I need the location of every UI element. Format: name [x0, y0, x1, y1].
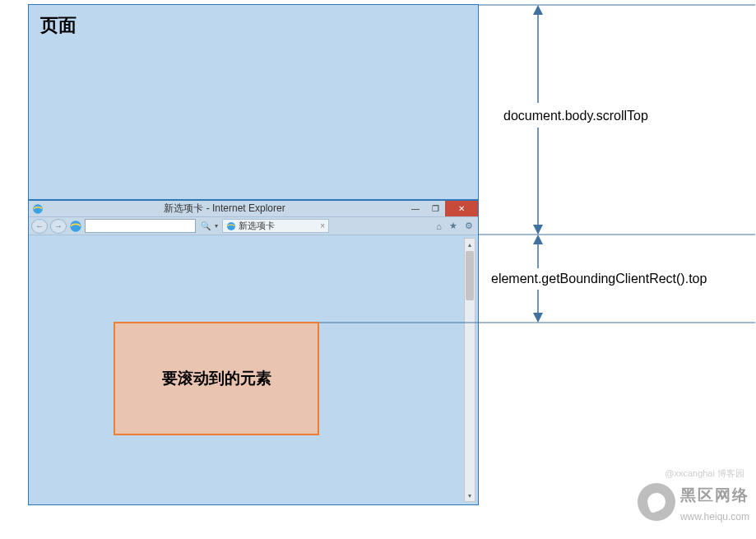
back-button[interactable]: ← [31, 219, 48, 234]
page-area: 页面 [28, 4, 479, 200]
watermark-credit: @xxcanghai 博客园 [665, 467, 744, 480]
url-input[interactable] [85, 219, 196, 233]
address-bar: ← → 🔍 ▾ 新选项卡 × ⌂ ★ ⚙ [29, 217, 478, 235]
chevron-down-icon[interactable]: ▾ [213, 222, 220, 230]
tab-label: 新选项卡 [239, 220, 275, 232]
scroll-up-icon[interactable]: ▴ [465, 239, 475, 250]
minimize-button[interactable]: — [406, 201, 425, 216]
maximize-button[interactable]: ❐ [425, 201, 445, 216]
target-element-label: 要滚动到的元素 [162, 368, 271, 389]
ie-icon [32, 203, 44, 215]
gear-icon[interactable]: ⚙ [462, 221, 475, 231]
scrollbar[interactable]: ▴ ▾ [464, 238, 475, 502]
ie-icon [226, 221, 236, 231]
close-button[interactable]: ✕ [445, 201, 478, 216]
page-label: 页面 [40, 13, 77, 38]
ie-icon [69, 220, 82, 233]
titlebar: 新选项卡 - Internet Explorer — ❐ ✕ [29, 201, 478, 217]
favorites-icon[interactable]: ★ [447, 221, 460, 231]
watermark-url: www.heiqu.com [680, 511, 749, 523]
watermark-brand: 黑区网络 [680, 485, 749, 506]
annotation-scrolltop: document.body.scrollTop [503, 109, 648, 123]
close-tab-icon[interactable]: × [320, 221, 325, 230]
home-icon[interactable]: ⌂ [434, 221, 444, 231]
window-title: 新选项卡 - Internet Explorer [44, 202, 406, 216]
scroll-thumb[interactable] [466, 251, 474, 300]
target-element: 要滚动到的元素 [114, 322, 319, 435]
search-section: 🔍 ▾ [198, 221, 220, 230]
annotation-recttop: element.getBoundingClientRect().top [491, 272, 707, 286]
forward-button[interactable]: → [50, 219, 67, 234]
window-buttons: — ❐ ✕ [406, 201, 478, 216]
search-icon[interactable]: 🔍 [198, 221, 213, 230]
watermark-logo-icon [638, 483, 675, 521]
browser-tab[interactable]: 新选项卡 × [222, 219, 329, 233]
scroll-down-icon[interactable]: ▾ [465, 490, 475, 501]
